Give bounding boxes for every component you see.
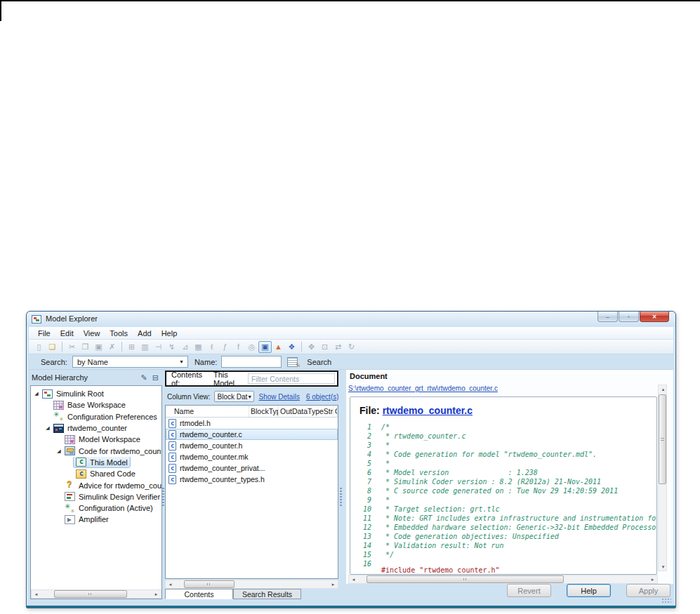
apply-button[interactable]: Apply — [626, 584, 671, 597]
panel-splitter-right[interactable] — [340, 488, 342, 506]
column-view-value: Block Dat — [218, 393, 248, 401]
resize-grip[interactable] — [661, 598, 671, 604]
menu-tools[interactable]: Tools — [105, 328, 133, 338]
matlab-icon[interactable]: ▲ — [272, 341, 285, 353]
add-object-icon[interactable]: ⊞ — [125, 341, 138, 353]
tree-item-rtwdemo-counter[interactable]: ◢rtwdemo_counter — [31, 422, 161, 434]
window-bottom-edge — [26, 606, 676, 608]
collapse-tree-icon[interactable]: ⊟ — [152, 373, 159, 382]
delete-icon[interactable]: ✗ — [105, 341, 119, 353]
copy-icon[interactable]: ❐ — [79, 341, 92, 353]
scroll-right-icon[interactable]: ▸ — [152, 590, 161, 598]
search-name-input[interactable] — [221, 356, 282, 368]
code-line: 9 * — [350, 495, 656, 505]
column-header-blocktype[interactable]: BlockType — [249, 406, 279, 417]
scroll-up-icon[interactable]: ▴ — [659, 385, 668, 393]
dialog-view-icon[interactable]: ▣ — [258, 341, 272, 353]
maximize-button[interactable]: ▫ — [619, 312, 639, 322]
document-vscrollbar[interactable]: ▴ ▾ — [658, 385, 667, 571]
scroll-left-icon[interactable]: ◂ — [32, 590, 41, 598]
tree-item-configuration-preferences[interactable]: Configuration Preferences — [31, 411, 161, 422]
edit-hierarchy-icon[interactable]: ✎ — [141, 373, 147, 382]
refresh-icon[interactable]: ↻ — [345, 341, 358, 353]
menu-edit[interactable]: Edit — [55, 328, 79, 338]
filter-contents-input[interactable] — [248, 373, 335, 384]
function-icon[interactable]: ƒ — [218, 341, 232, 353]
object-count-link[interactable]: 6 object(s) — [306, 393, 338, 401]
tree-item-amplifier[interactable]: Amplifier — [31, 514, 161, 525]
tree-item-shared-code[interactable]: Shared Code — [31, 468, 161, 479]
table-row[interactable]: rtwdemo_counter.mk — [166, 451, 338, 462]
column-header-name[interactable]: Name — [166, 406, 249, 417]
compare-icon[interactable]: ⇄ — [331, 341, 345, 353]
expander-icon[interactable]: ◢ — [33, 391, 40, 396]
table-row[interactable]: rtmodel.h — [166, 418, 338, 429]
revert-button[interactable]: Revert — [507, 584, 551, 597]
tree-item-base-workspace[interactable]: Base Workspace — [31, 399, 161, 411]
table-row[interactable]: rtwdemo_counter.c — [166, 429, 338, 440]
expander-icon[interactable]: ◢ — [44, 425, 51, 431]
new-model-icon[interactable]: ▯ — [32, 341, 46, 353]
paste-icon[interactable]: ▣ — [92, 341, 105, 353]
scroll-thumb[interactable] — [54, 590, 127, 598]
table-row[interactable]: rtwdemo_counter_types.h — [166, 474, 338, 485]
scroll-thumb[interactable] — [659, 394, 666, 484]
column-header-outdatatypestr[interactable]: OutDataTypeStr — [279, 406, 334, 417]
simulink-icon[interactable]: ❖ — [285, 341, 298, 353]
column-header-ou[interactable]: Ou — [334, 406, 338, 417]
menu-view[interactable]: View — [79, 328, 105, 338]
tree-item-model-workspace[interactable]: Model Workspace — [31, 434, 161, 445]
scroll-right-icon[interactable]: ▸ — [329, 580, 338, 588]
panel-splitter-left[interactable] — [162, 488, 164, 506]
tree-item-configuration-active[interactable]: Configuration (Active) — [31, 502, 161, 514]
titlebar[interactable]: Model Explorer –▫✕ — [27, 312, 675, 327]
scroll-down-icon[interactable]: ▾ — [659, 563, 668, 570]
scroll-thumb[interactable] — [366, 575, 564, 583]
frame-icon[interactable]: ⊡ — [318, 341, 331, 353]
data-table-icon[interactable]: ▦ — [192, 341, 205, 353]
file-name-link[interactable]: rtwdemo_counter.c — [383, 405, 473, 416]
scroll-left-icon[interactable]: ◂ — [349, 575, 358, 583]
menu-help[interactable]: Help — [157, 328, 183, 338]
column-view-combobox[interactable]: Block Dat ▼ — [214, 391, 254, 402]
amplifier-icon — [65, 515, 75, 524]
function-call-icon[interactable]: f — [232, 341, 245, 353]
tree-item-advice-for-rtwdemo-count[interactable]: Advice for rtwdemo_count — [31, 479, 161, 490]
open-model-icon[interactable]: ❏ — [46, 341, 59, 353]
tree-row-core: Code for rtwdemo_counte — [62, 446, 161, 456]
menu-file[interactable]: File — [33, 328, 55, 338]
tree-item-label: This Model — [90, 458, 128, 467]
document-hscrollbar[interactable]: ◂ ▸ — [348, 575, 658, 584]
help-button[interactable]: Help — [567, 584, 611, 597]
signal-log-icon[interactable]: ↯ — [165, 341, 178, 353]
scroll-thumb[interactable] — [184, 580, 235, 588]
library-link-icon[interactable]: ▥ — [138, 341, 152, 353]
goto-parent-icon[interactable]: ⊣ — [152, 341, 165, 353]
target-icon[interactable]: ◎ — [245, 341, 258, 353]
scroll-left-icon[interactable]: ◂ — [166, 580, 175, 588]
main-area: Model Hierarchy ✎ ⊟ ◢Simulink RootBase W… — [29, 370, 673, 599]
menu-add[interactable]: Add — [133, 328, 157, 338]
table-row[interactable]: rtwdemo_counter_privat... — [166, 462, 338, 474]
show-details-link[interactable]: Show Details — [259, 393, 300, 401]
table-row[interactable]: rtwdemo_counter.h — [166, 440, 338, 451]
cut-icon[interactable]: ✂ — [65, 341, 79, 353]
search-button[interactable]: Search — [307, 358, 331, 366]
test-point-icon[interactable]: ⊿ — [178, 341, 192, 353]
minimize-button[interactable]: – — [597, 312, 618, 322]
close-button[interactable]: ✕ — [640, 312, 669, 322]
search-by-combobox[interactable]: by Name ▼ — [72, 356, 188, 368]
document-path-link[interactable]: S:\rtwdemo_counter_grt_rtw\rtwdemo_count… — [348, 385, 498, 392]
expander-icon[interactable]: ◢ — [55, 448, 62, 454]
search-options-icon[interactable] — [287, 357, 298, 367]
pin-icon[interactable]: ✥ — [305, 341, 318, 353]
tree-item-code-for-rtwdemo-counte[interactable]: ◢Code for rtwdemo_counte — [31, 445, 161, 456]
script-icon[interactable]: ℓ — [205, 341, 218, 353]
line-number: 7 — [350, 477, 371, 486]
tree-item-simulink-root[interactable]: ◢Simulink Root — [31, 388, 161, 399]
tree-item-this-model[interactable]: This Model — [31, 457, 161, 468]
tree-item-simulink-design-verifier-re[interactable]: Simulink Design Verifier re — [31, 491, 161, 502]
contents-hscrollbar[interactable]: ◂ ▸ — [165, 580, 338, 589]
scroll-right-icon[interactable]: ▸ — [648, 575, 657, 583]
file-name: rtwdemo_counter.c — [180, 430, 242, 439]
